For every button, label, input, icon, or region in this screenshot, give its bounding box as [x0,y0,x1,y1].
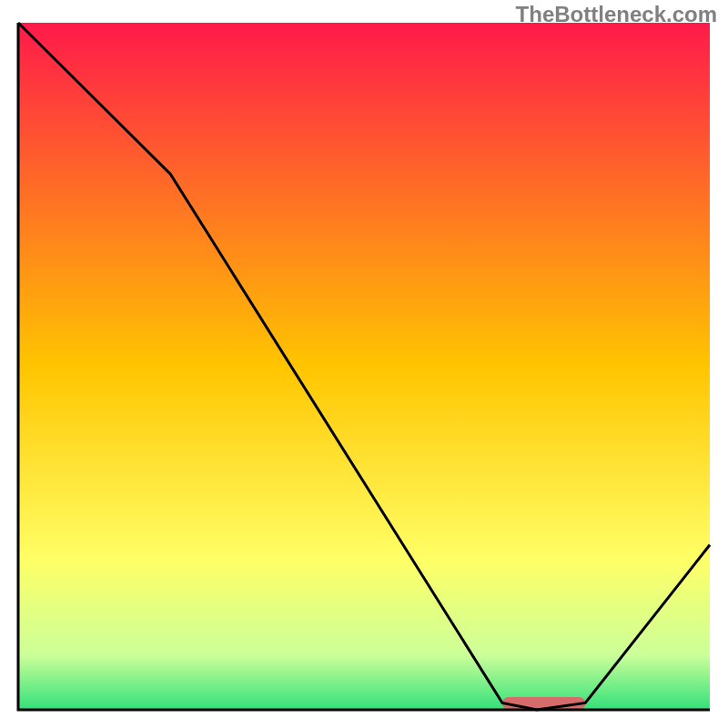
chart-container: TheBottleneck.com [0,0,728,728]
bottleneck-chart [0,0,728,728]
watermark-text: TheBottleneck.com [516,2,717,27]
